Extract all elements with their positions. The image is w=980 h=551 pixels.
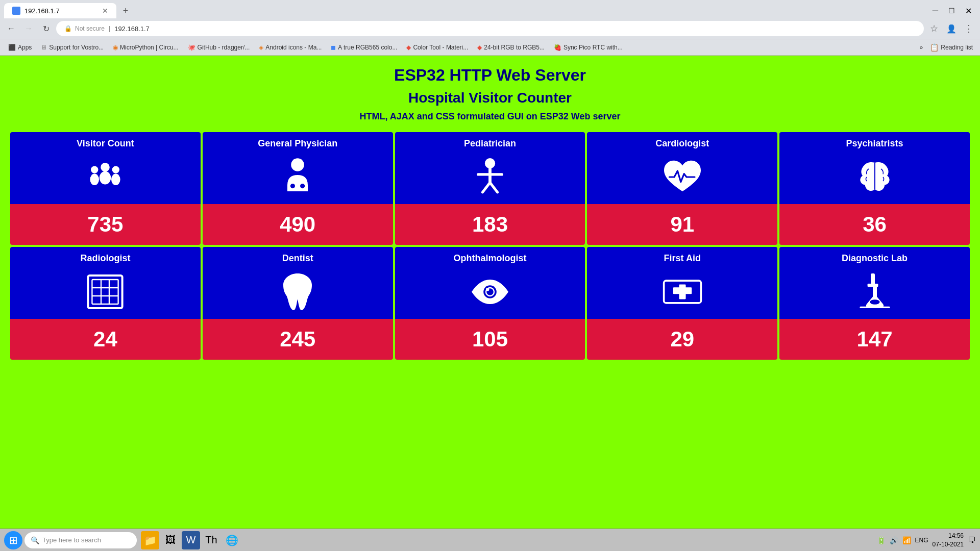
card-title-diagnostic-lab: Diagnostic Lab [842,253,908,264]
bookmark-micropython[interactable]: ◉ MicroPython | Circu... [109,43,182,52]
tab-title: 192.168.1.7 [24,7,60,15]
url-text: 192.168.1.7 [114,25,150,33]
pediatrician-count-value: 183 [472,212,508,237]
svg-rect-28 [673,287,692,294]
brain-icon [854,154,895,200]
bookmark-apps[interactable]: ⬛ Apps [4,43,36,52]
card-bottom-ophthalmologist: 105 [395,319,585,360]
card-top-first-aid: First Aid [587,247,777,319]
card-top-diagnostic-lab: Diagnostic Lab [779,247,970,319]
lab-icon [854,269,895,315]
page-title: ESP32 HTTP Web Server [10,66,970,85]
language-label: ENG [915,537,928,544]
forward-button[interactable]: → [21,21,36,36]
bookmarks-more-button[interactable]: » [917,43,926,52]
notification-icon[interactable]: 🗨 [968,536,976,545]
bookmark-star[interactable]: ☆ [927,21,941,36]
card-top-ophthalmologist: Ophthalmologist [395,247,585,319]
bookmark-micropython-label: MicroPython | Circu... [120,44,178,51]
lock-icon: 🔒 [64,25,72,32]
security-label: Not secure [75,25,105,32]
radiologist-count-value: 24 [93,327,117,352]
card-title-pediatrician: Pediatrician [464,138,516,149]
cardiologist-count-value: 91 [670,212,694,237]
card-bottom-cardiologist: 91 [587,204,777,245]
reading-list-button[interactable]: 📋 Reading list [927,42,976,53]
card-top-physician: General Physician [203,132,393,204]
search-icon: 🔍 [31,536,39,544]
card-title-cardiologist: Cardiologist [655,138,709,149]
diagnostic-lab-count-value: 147 [857,327,893,352]
card-title-psychiatrists: Psychiatrists [846,138,903,149]
psychiatrists-count-value: 36 [863,212,887,237]
eye-icon [470,269,510,315]
browser-chrome: 192.168.1.7 ✕ + ─ ☐ ✕ ← → ↻ 🔒 Not secure… [0,0,980,56]
bookmark-github[interactable]: 🐙 GitHub - rdagger/... [184,43,254,52]
card-title-visitor: Visitor Count [77,138,134,149]
active-tab[interactable]: 192.168.1.7 ✕ [4,3,116,18]
start-button[interactable]: ⊞ [4,531,22,549]
search-placeholder: Type here to search [42,536,101,544]
bookmark-rgb565-label: A true RGB565 colo... [338,44,397,51]
bookmark-pico[interactable]: 🍓 Sync Pico RTC with... [550,43,627,52]
back-button[interactable]: ← [4,21,18,36]
bookmark-support-label: Support for Vostro... [49,44,104,51]
card-dentist: Dentist 245 [203,247,393,360]
card-pediatrician: Pediatrician 183 [395,132,585,245]
url-box[interactable]: 🔒 Not secure | 192.168.1.7 [56,21,924,36]
menu-button[interactable]: ⋮ [962,21,976,36]
taskbar-th[interactable]: Th [202,531,220,549]
refresh-button[interactable]: ↻ [39,21,53,36]
svg-point-7 [290,183,296,189]
bookmark-android-label: Android icons - Ma... [265,44,322,51]
page-subtitle: Hospital Visitor Counter [10,90,970,106]
bookmark-24bit-label: 24-bit RGB to RGB5... [484,44,545,51]
card-title-ophthalmologist: Ophthalmologist [453,253,526,264]
new-tab-button[interactable]: + [118,4,133,18]
close-button[interactable]: ✕ [961,6,976,16]
card-bottom-psychiatrists: 36 [779,204,970,245]
tab-close-button[interactable]: ✕ [102,7,108,15]
minimize-button[interactable]: ─ [928,6,942,15]
first-aid-count-value: 29 [670,327,694,352]
taskbar-photos[interactable]: 🖼 [161,531,180,549]
card-bottom-diagnostic-lab: 147 [779,319,970,360]
svg-point-4 [112,166,119,173]
child-icon [470,154,510,200]
card-radiologist: Radiologist 24 [10,247,201,360]
taskbar-clock: 14:56 07-10-2021 [933,532,964,549]
clock-time: 14:56 [933,532,964,540]
bookmark-pico-label: Sync Pico RTC with... [564,44,623,51]
card-top-dentist: Dentist [203,247,393,319]
card-bottom-visitor: 735 [10,204,201,245]
bookmark-rgb565[interactable]: ◼ A true RGB565 colo... [327,43,401,52]
svg-point-3 [90,174,100,185]
bookmark-24bit[interactable]: ◆ 24-bit RGB to RGB5... [473,43,549,52]
svg-point-0 [101,163,110,172]
taskbar-file-explorer[interactable]: 📁 [141,531,159,549]
profile-button[interactable]: 👤 [944,21,959,36]
card-bottom-dentist: 245 [203,319,393,360]
maximize-button[interactable]: ☐ [944,7,959,15]
bookmark-color-tool-label: Color Tool - Materi... [413,44,468,51]
card-title-physician: General Physician [258,138,337,149]
svg-point-2 [91,166,98,173]
bookmark-support[interactable]: 🖥 Support for Vostro... [37,43,108,52]
svg-line-15 [490,183,498,192]
page-content: ESP32 HTTP Web Server Hospital Visitor C… [0,56,980,370]
heart-icon [662,154,703,200]
bookmark-color-tool[interactable]: ◆ Color Tool - Materi... [402,43,472,52]
bookmark-github-label: GitHub - rdagger/... [198,44,250,51]
taskbar-chrome[interactable]: 🌐 [223,531,241,549]
card-top-radiologist: Radiologist [10,247,201,319]
dentist-count-value: 245 [280,327,315,352]
taskbar-system-tray: 🔋 🔊 📶 ENG 14:56 07-10-2021 🗨 [877,532,976,549]
taskbar-word[interactable]: W [182,531,200,549]
svg-point-5 [111,174,120,185]
visitors-icon [85,154,126,200]
card-top-visitor: Visitor Count [10,132,201,204]
taskbar-search-box[interactable]: 🔍 Type here to search [24,532,137,548]
bookmark-android[interactable]: ◈ Android icons - Ma... [255,43,326,52]
svg-rect-30 [867,284,878,287]
network-icon: 📶 [902,536,911,544]
